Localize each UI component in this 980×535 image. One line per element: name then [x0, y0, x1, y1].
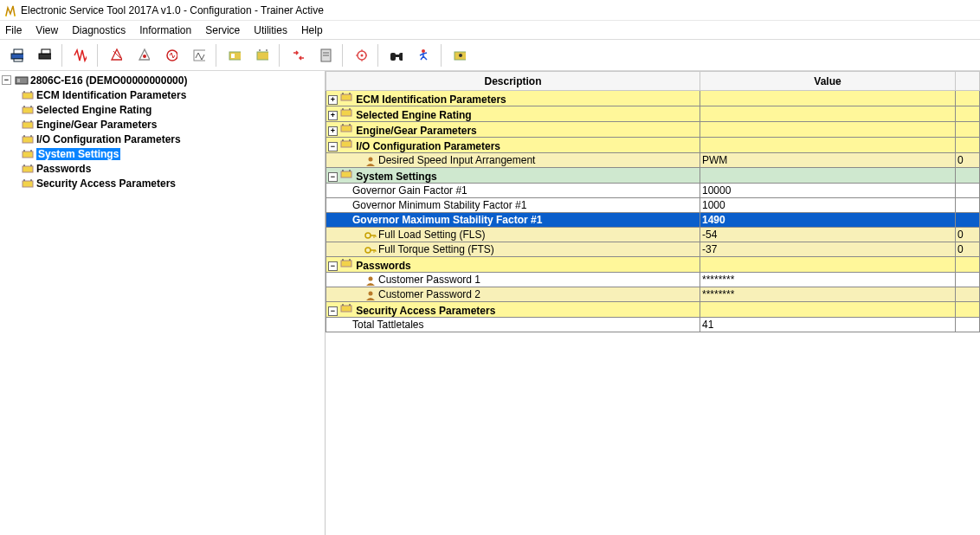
menu-information[interactable]: Information — [139, 24, 191, 36]
tree-item[interactable]: ECM Identification Parameters — [21, 87, 323, 102]
tree-item-label: System Settings — [36, 148, 120, 160]
toolbar-separator — [377, 44, 378, 67]
tool-2-button[interactable] — [130, 42, 156, 68]
document-button[interactable] — [312, 42, 338, 68]
row-extra — [956, 122, 980, 138]
row-extra: 0 — [956, 228, 980, 242]
svg-point-24 — [459, 54, 462, 57]
row-description: Security Access Parameters — [356, 305, 495, 317]
gear-button[interactable] — [347, 42, 373, 68]
svg-rect-12 — [231, 54, 235, 58]
svg-rect-21 — [396, 55, 399, 57]
menu-utilities[interactable]: Utilities — [254, 24, 287, 36]
grid-row[interactable]: Full Torque Setting (FTS)-370 — [326, 242, 980, 257]
row-extra — [956, 273, 980, 287]
row-extra — [956, 213, 980, 228]
arrows-button[interactable] — [284, 42, 310, 68]
grid-row[interactable]: Governor Maximum Stability Factor #11490 — [326, 213, 980, 228]
row-description: I/O Configuration Parameters — [356, 140, 500, 152]
binoculars-button[interactable] — [383, 42, 409, 68]
menu-diagnostics[interactable]: Diagnostics — [72, 24, 126, 36]
tool-1-button[interactable] — [102, 42, 128, 68]
tree-item-label: Security Access Parameters — [36, 177, 176, 190]
svg-point-75 — [369, 276, 373, 280]
row-extra: 0 — [956, 242, 980, 257]
grid-row[interactable]: + Selected Engine Rating — [326, 106, 980, 122]
ecm-3-button[interactable] — [446, 42, 472, 68]
tree-item[interactable]: Security Access Parameters — [21, 176, 323, 190]
svg-point-60 — [369, 157, 373, 161]
row-value — [700, 168, 956, 184]
grid-row[interactable]: − Passwords — [326, 257, 980, 273]
collapse-icon[interactable]: − — [2, 75, 11, 85]
menu-help[interactable]: Help — [301, 24, 323, 36]
svg-rect-11 — [229, 52, 241, 60]
config-icon — [339, 91, 353, 103]
tree-item[interactable]: System Settings — [21, 146, 323, 161]
column-description[interactable]: Description — [326, 72, 700, 91]
ecm-2-button[interactable] — [248, 42, 274, 68]
grid-row[interactable]: − I/O Configuration Parameters — [326, 138, 980, 153]
tree-panel[interactable]: − 2806C-E16 (DEMO00000000000) ECM Identi… — [0, 71, 326, 535]
svg-point-8 — [143, 55, 146, 58]
tree-item[interactable]: Engine/Gear Parameters — [21, 117, 323, 132]
menu-view[interactable]: View — [35, 24, 58, 36]
config-icon — [21, 104, 35, 116]
menu-file[interactable]: File — [5, 24, 22, 36]
grid-row[interactable]: + ECM Identification Parameters — [326, 91, 980, 106]
toggle-icon[interactable]: − — [328, 142, 338, 151]
toggle-icon[interactable]: − — [328, 306, 338, 316]
tool-3-button[interactable] — [158, 42, 184, 68]
print-preview-button[interactable] — [31, 42, 57, 68]
toggle-icon[interactable]: + — [328, 126, 338, 136]
grid-row[interactable]: Governor Minimum Stability Factor #11000 — [326, 198, 980, 213]
row-value — [700, 302, 956, 318]
svg-rect-61 — [341, 171, 351, 177]
row-description: Governor Gain Factor #1 — [352, 184, 467, 197]
parameter-grid[interactable]: Description Value + ECM Identification P… — [326, 71, 980, 535]
grid-row[interactable]: − System Settings — [326, 168, 980, 184]
toggle-icon[interactable]: − — [328, 261, 338, 271]
tree-item[interactable]: Passwords — [21, 161, 323, 176]
toggle-icon[interactable]: − — [328, 172, 338, 182]
row-extra — [956, 198, 980, 213]
svg-rect-4 — [14, 59, 23, 61]
grid-row[interactable]: Customer Password 1******** — [326, 273, 980, 287]
tool-4-button[interactable] — [185, 42, 211, 68]
print-button[interactable] — [3, 42, 29, 68]
toggle-icon[interactable]: + — [328, 111, 338, 120]
person-run-button[interactable] — [410, 42, 436, 68]
row-extra — [956, 106, 980, 122]
config-icon — [339, 122, 353, 134]
row-extra — [956, 184, 980, 198]
toggle-icon[interactable]: + — [328, 95, 338, 105]
tree-item[interactable]: Selected Engine Rating — [21, 102, 323, 117]
grid-row[interactable]: Governor Gain Factor #110000 — [326, 184, 980, 198]
row-description: Customer Password 2 — [378, 288, 480, 300]
menu-service[interactable]: Service — [205, 24, 240, 36]
tree-root[interactable]: − 2806C-E16 (DEMO00000000000) — [2, 73, 323, 87]
content-area: − 2806C-E16 (DEMO00000000000) ECM Identi… — [0, 71, 980, 535]
column-extra[interactable] — [956, 72, 980, 91]
row-value: PWM — [700, 153, 956, 168]
svg-rect-51 — [341, 110, 351, 116]
row-extra: 0 — [956, 153, 980, 168]
row-extra — [956, 138, 980, 153]
grid-row[interactable]: Full Load Setting (FLS)-540 — [326, 228, 980, 242]
toolbar-separator — [441, 44, 442, 67]
config-icon — [339, 168, 353, 180]
svg-rect-48 — [341, 94, 351, 100]
grid-row[interactable]: + Engine/Gear Parameters — [326, 122, 980, 138]
column-value[interactable]: Value — [700, 72, 956, 91]
row-value — [700, 106, 956, 122]
ecm-1-button[interactable] — [221, 42, 247, 68]
row-value — [700, 257, 956, 273]
waveform-button[interactable] — [67, 42, 93, 68]
grid-row[interactable]: − Security Access Parameters — [326, 302, 980, 318]
row-description: Desired Speed Input Arrangement — [378, 154, 535, 166]
grid-row[interactable]: Total Tattletales41 — [326, 318, 980, 332]
tree-item[interactable]: I/O Configuration Parameters — [21, 132, 323, 146]
ecm-icon — [15, 74, 29, 87]
grid-row[interactable]: Desired Speed Input ArrangementPWM0 — [326, 153, 980, 168]
grid-row[interactable]: Customer Password 2******** — [326, 287, 980, 302]
